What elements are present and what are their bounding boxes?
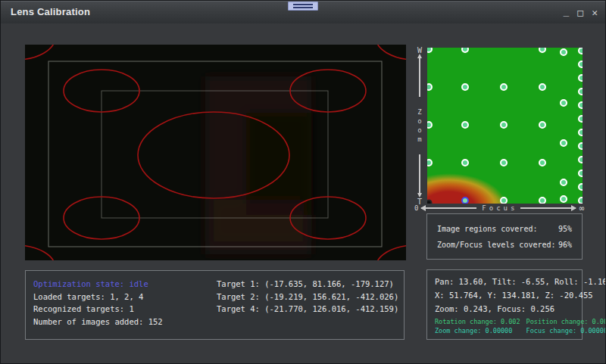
coverage-panel: Image regions covered: 95% Zoom/Focus le… <box>426 213 583 260</box>
images-added: Number of images added: 152 <box>33 316 163 328</box>
coverage-row-zoom-focus: Zoom/Focus levels covered: 96% <box>437 237 572 253</box>
position-change: Position change: 0.008 <box>526 318 606 326</box>
coverage-sample-dot <box>578 88 583 95</box>
zoom-focus-values: Zoom: 0.243, Focus: 0.256 <box>435 302 574 316</box>
optimization-state: Optimization state: idle <box>33 278 163 291</box>
pan-tilt-roll: Pan: 13.60, Tilt: -6.55, Roll: -1.16 <box>435 275 574 288</box>
coverage-label: Image regions covered: <box>437 221 537 237</box>
status-column: Optimization state: idle Loaded targets:… <box>33 278 163 328</box>
coverage-sample-dot <box>500 159 508 166</box>
coverage-value: 96% <box>558 237 572 253</box>
status-panel: Optimization state: idle Loaded targets:… <box>25 270 405 340</box>
calibration-overlay <box>25 45 406 260</box>
maximize-button[interactable]: □ <box>577 8 583 17</box>
coverage-sample-dot <box>560 139 567 147</box>
coverage-sample-dot <box>578 61 583 68</box>
focus-axis-label: Focus <box>479 205 517 212</box>
coverage-sample-dot <box>578 183 583 191</box>
coverage-sample-dot <box>578 48 583 54</box>
camera-view <box>25 45 406 260</box>
rotation-change: Rotation change: 0.002 <box>435 318 520 326</box>
coverage-sample-dot <box>578 156 583 163</box>
coverage-sample-dot <box>461 48 469 53</box>
window-controls: _ □ ✕ <box>564 1 598 23</box>
coverage-sample-dot <box>578 101 583 109</box>
coverage-sample-dot <box>560 195 567 203</box>
minimize-button[interactable]: _ <box>564 6 570 16</box>
coverage-sample-dot <box>461 121 469 129</box>
target-1-coords: Target 1: (-17.635, 81.166, -179.127) <box>217 278 398 291</box>
coverage-row-image-regions: Image regions covered: 95% <box>437 221 572 237</box>
zoom-change: Zoom change: 0.00000 <box>435 327 520 335</box>
zoom-axis-arrow-up-icon <box>419 58 420 97</box>
focus-axis-min-label: 0 <box>414 205 418 212</box>
target-2-coords: Target 2: (-19.219, 156.621, -412.026) <box>217 291 398 303</box>
target-4-coords: Target 4: (-21.770, 126.016, -412.159) <box>217 303 398 316</box>
coverage-sample-dot <box>500 121 508 129</box>
xyz-position: X: 51.764, Y: 134.181, Z: -20.455 <box>435 288 574 302</box>
coverage-sample-dot <box>427 159 433 166</box>
zoom-axis-label: Zoom <box>413 99 426 154</box>
window-title: Lens Calibration <box>11 6 90 17</box>
change-readouts: Rotation change: 0.002 Position change: … <box>435 318 574 335</box>
targets-column: Target 1: (-17.635, 81.166, -179.127) Ta… <box>217 278 398 316</box>
zoom-axis: W Zoom T <box>413 48 426 204</box>
lens-calibration-window: Lens Calibration _ □ ✕ <box>0 0 606 364</box>
coverage-sample-dot <box>539 159 546 166</box>
coverage-value: 95% <box>558 221 572 237</box>
coverage-sample-dot <box>539 83 546 91</box>
coverage-sample-dot <box>578 142 583 150</box>
focus-axis-arrow-left-icon <box>421 207 476 209</box>
coverage-sample-dot <box>427 121 433 129</box>
coverage-sample-dot <box>560 99 567 107</box>
zoom-focus-heatmap <box>427 48 583 204</box>
coverage-sample-dot <box>578 129 583 136</box>
coverage-sample-dot <box>578 74 583 82</box>
coverage-label: Zoom/Focus levels covered: <box>437 237 556 253</box>
focus-axis: 0 Focus ∞ <box>414 203 584 213</box>
close-button[interactable]: ✕ <box>592 8 598 17</box>
coverage-sample-dot <box>578 115 583 123</box>
loaded-targets: Loaded targets: 1, 2, 4 <box>33 291 163 303</box>
focus-axis-infinity-label: ∞ <box>579 204 584 213</box>
coverage-sample-dot <box>461 159 469 166</box>
titlebar: Lens Calibration _ □ ✕ <box>1 1 605 23</box>
coverage-sample-dot <box>427 83 433 91</box>
coverage-sample-dot <box>427 48 433 53</box>
zoom-axis-arrow-down-icon <box>419 154 420 193</box>
focus-axis-arrow-right-icon <box>520 207 576 209</box>
collapse-grip-button[interactable] <box>288 2 318 11</box>
coverage-sample-dot <box>539 48 546 53</box>
coverage-sample-dot <box>560 179 567 186</box>
pose-panel: Pan: 13.60, Tilt: -6.55, Roll: -1.16 X: … <box>426 269 583 340</box>
coverage-sample-dot <box>500 83 508 91</box>
coverage-sample-dot <box>539 121 546 129</box>
focus-change: Focus change: 0.00000 <box>526 327 606 335</box>
coverage-sample-dot <box>461 83 469 91</box>
coverage-sample-dot <box>560 48 567 56</box>
grip-lines-icon <box>293 4 313 8</box>
recognized-targets: Recognized targets: 1 <box>33 303 163 316</box>
coverage-sample-dot <box>578 170 583 177</box>
